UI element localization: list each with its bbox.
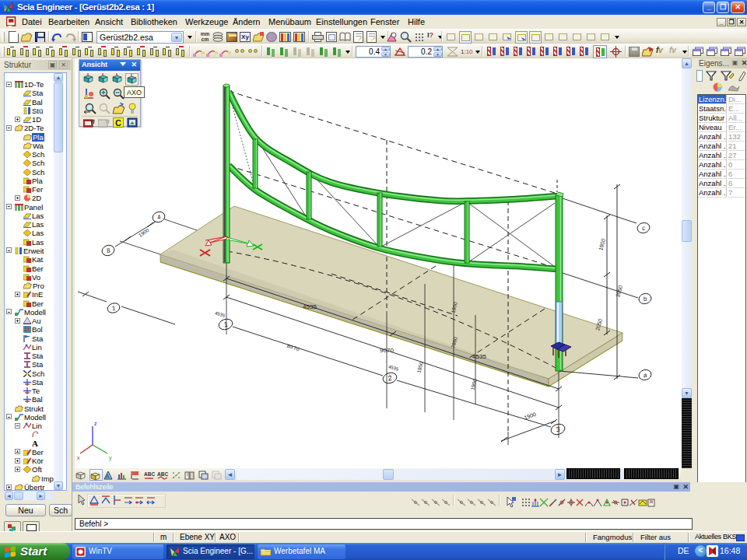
svg-text:1950: 1950 — [416, 361, 424, 373]
svg-text:ABC: ABC — [144, 471, 155, 477]
svg-text:4535: 4535 — [472, 353, 486, 360]
svg-text:4535: 4535 — [388, 364, 399, 372]
svg-text:ABC: ABC — [157, 471, 168, 477]
svg-text:3950: 3950 — [615, 285, 623, 298]
svg-text:A: A — [106, 474, 110, 479]
svg-text:4535: 4535 — [214, 310, 226, 318]
svg-text:1900: 1900 — [524, 411, 537, 421]
svg-text:80.70: 80.70 — [286, 343, 300, 352]
svg-text:z: z — [94, 421, 97, 426]
svg-text:1900: 1900 — [138, 227, 150, 238]
svg-text:1900: 1900 — [598, 238, 606, 251]
svg-text:x: x — [77, 455, 80, 460]
svg-text:1900: 1900 — [469, 378, 478, 390]
svg-text:y: y — [109, 455, 112, 461]
svg-text:4535: 4535 — [303, 303, 317, 310]
